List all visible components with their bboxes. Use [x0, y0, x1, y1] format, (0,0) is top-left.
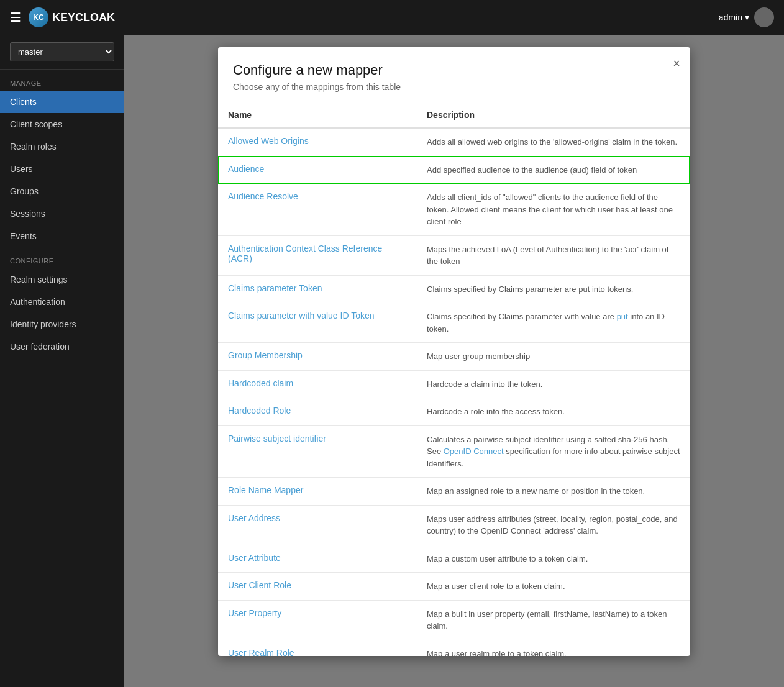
- menu-icon[interactable]: ☰: [10, 10, 21, 25]
- sidebar-item-events[interactable]: Events: [0, 225, 124, 247]
- configure-mapper-modal: Configure a new mapper Choose any of the…: [218, 47, 690, 656]
- mapper-table: Name Description Allowed Web OriginsAdds…: [218, 102, 690, 656]
- mapper-name-cell: User Client Role: [218, 573, 417, 601]
- sidebar-item-authentication[interactable]: Authentication: [0, 291, 124, 313]
- sidebar-item-label: Realm settings: [10, 275, 68, 284]
- mapper-description-cell: Hardcode a claim into the token.: [417, 370, 690, 398]
- manage-section-label: Manage: [0, 70, 124, 91]
- table-row[interactable]: User AttributeMap a custom user attribut…: [218, 545, 690, 573]
- sidebar-item-users[interactable]: Users: [0, 158, 124, 180]
- logo-icon: KC: [29, 7, 48, 27]
- sidebar-item-identity-providers[interactable]: Identity providers: [0, 313, 124, 335]
- chevron-down-icon: ▾: [745, 12, 749, 22]
- sidebar-item-clients[interactable]: Clients: [0, 91, 124, 113]
- sidebar-item-sessions[interactable]: Sessions: [0, 202, 124, 225]
- mapper-description-cell: Hardcode a role into the access token.: [417, 398, 690, 426]
- table-row[interactable]: User PropertyMap a built in user propert…: [218, 600, 690, 640]
- sidebar-item-label: Client scopes: [10, 119, 62, 129]
- mapper-description-cell: Map user group membership: [417, 343, 690, 371]
- mapper-description-cell: Map a built in user property (email, fir…: [417, 600, 690, 640]
- mapper-name-cell: Allowed Web Origins: [218, 128, 417, 156]
- mapper-description-cell: Map a user client role to a token claim.: [417, 573, 690, 601]
- mapper-description-cell: Adds all allowed web origins to the 'all…: [417, 128, 690, 156]
- modal-close-button[interactable]: ×: [673, 57, 680, 70]
- sidebar-item-label: Events: [10, 231, 37, 241]
- table-row[interactable]: User Client RoleMap a user client role t…: [218, 573, 690, 601]
- col-description-header: Description: [417, 102, 690, 128]
- mapper-name-cell: User Attribute: [218, 545, 417, 573]
- sidebar-item-label: Users: [10, 164, 33, 174]
- mapper-name-cell: Pairwise subject identifier: [218, 425, 417, 478]
- logo-text: KEYCLOAK: [52, 11, 115, 24]
- mapper-name-cell: Role Name Mapper: [218, 478, 417, 506]
- configure-section-label: Configure: [0, 247, 124, 268]
- mapper-name-cell: Audience Resolve: [218, 184, 417, 236]
- modal-overlay: Configure a new mapper Choose any of the…: [124, 35, 784, 687]
- sidebar-item-label: Realm roles: [10, 142, 57, 152]
- mapper-description-cell: Maps the achieved LoA (Level of Authenti…: [417, 235, 690, 275]
- mapper-name-cell: Group Membership: [218, 343, 417, 371]
- mapper-name-cell: Hardcoded claim: [218, 370, 417, 398]
- sidebar-item-realm-roles[interactable]: Realm roles: [0, 135, 124, 158]
- mapper-description-cell: Claims specified by Claims parameter wit…: [417, 303, 690, 343]
- sidebar-item-client-scopes[interactable]: Client scopes: [0, 113, 124, 135]
- table-row[interactable]: Claims parameter TokenClaims specified b…: [218, 275, 690, 303]
- mapper-name-cell: Hardcoded Role: [218, 398, 417, 426]
- realm-dropdown[interactable]: master: [10, 42, 114, 61]
- modal-title: Configure a new mapper: [233, 62, 675, 78]
- table-row[interactable]: User Realm RoleMap a user realm role to …: [218, 640, 690, 656]
- sidebar-item-label: User federation: [10, 342, 70, 352]
- admin-dropdown[interactable]: admin ▾: [719, 12, 749, 22]
- sidebar-item-label: Clients: [10, 97, 37, 107]
- mapper-description-cell: Maps user address attributes (street, lo…: [417, 505, 690, 545]
- mapper-name-cell: User Property: [218, 600, 417, 640]
- mapper-name-cell: User Realm Role: [218, 640, 417, 656]
- sidebar-item-label: Sessions: [10, 209, 45, 219]
- mapper-description-cell: Add specified audience to the audience (…: [417, 156, 690, 184]
- mapper-description-cell: Map an assigned role to a new name or po…: [417, 478, 690, 506]
- mapper-name-cell: Claims parameter with value ID Token: [218, 303, 417, 343]
- sidebar-item-realm-settings[interactable]: Realm settings: [0, 268, 124, 291]
- table-row[interactable]: Authentication Context Class Reference (…: [218, 235, 690, 275]
- sidebar-item-groups[interactable]: Groups: [0, 180, 124, 202]
- modal-header: Configure a new mapper Choose any of the…: [218, 47, 690, 102]
- mapper-description-cell: Calculates a pairwise subject identifier…: [417, 425, 690, 478]
- topbar-right: admin ▾: [719, 7, 774, 27]
- table-row[interactable]: Hardcoded RoleHardcode a role into the a…: [218, 398, 690, 426]
- realm-selector[interactable]: master: [0, 35, 124, 70]
- mapper-name-cell: Authentication Context Class Reference (…: [218, 235, 417, 275]
- table-row[interactable]: Hardcoded claimHardcode a claim into the…: [218, 370, 690, 398]
- table-row[interactable]: AudienceAdd specified audience to the au…: [218, 156, 690, 184]
- sidebar-item-label: Identity providers: [10, 319, 76, 329]
- table-row[interactable]: Role Name MapperMap an assigned role to …: [218, 478, 690, 506]
- sidebar-item-user-federation[interactable]: User federation: [0, 335, 124, 358]
- sidebar-item-label: Authentication: [10, 297, 65, 307]
- mapper-description-cell: Adds all client_ids of "allowed" clients…: [417, 184, 690, 236]
- modal-body: Name Description Allowed Web OriginsAdds…: [218, 102, 690, 656]
- avatar[interactable]: [754, 7, 774, 27]
- mapper-name-cell: User Address: [218, 505, 417, 545]
- mapper-description-cell: Map a user realm role to a token claim.: [417, 640, 690, 656]
- table-row[interactable]: Pairwise subject identifierCalculates a …: [218, 425, 690, 478]
- mapper-name-cell: Claims parameter Token: [218, 275, 417, 303]
- table-row[interactable]: Claims parameter with value ID TokenClai…: [218, 303, 690, 343]
- modal-subtitle: Choose any of the mappings from this tab…: [233, 82, 675, 92]
- table-row[interactable]: Group MembershipMap user group membershi…: [218, 343, 690, 371]
- table-row[interactable]: Audience ResolveAdds all client_ids of "…: [218, 184, 690, 236]
- main-content: Configure a new mapper Choose any of the…: [124, 35, 784, 687]
- sidebar-item-label: Groups: [10, 186, 39, 196]
- mapper-description-cell: Claims specified by Claims parameter are…: [417, 275, 690, 303]
- table-header: Name Description: [218, 102, 690, 128]
- mapper-table-body: Allowed Web OriginsAdds all allowed web …: [218, 128, 690, 656]
- mapper-description-cell: Map a custom user attribute to a token c…: [417, 545, 690, 573]
- logo: KC KEYCLOAK: [29, 7, 115, 27]
- table-row[interactable]: Allowed Web OriginsAdds all allowed web …: [218, 128, 690, 156]
- mapper-name-cell: Audience: [218, 156, 417, 184]
- col-name-header: Name: [218, 102, 417, 128]
- topbar: ☰ KC KEYCLOAK admin ▾: [0, 0, 784, 35]
- table-row[interactable]: User AddressMaps user address attributes…: [218, 505, 690, 545]
- admin-label: admin: [719, 12, 742, 22]
- sidebar: master Manage Clients Client scopes Real…: [0, 35, 124, 687]
